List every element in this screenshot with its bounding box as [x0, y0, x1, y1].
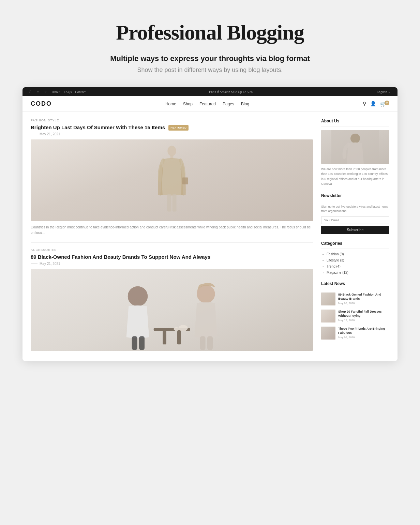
arrow-icon-2: →	[321, 258, 325, 262]
categories-divider	[321, 249, 389, 249]
svg-point-9	[174, 327, 179, 331]
date-line	[31, 134, 38, 134]
sale-banner: End Of Session Sale Up To 50%	[209, 90, 253, 94]
latest-news-item-3[interactable]: These Two Friends Are Bringing Fabulous …	[321, 327, 389, 340]
blog-column: FASHION STYLE Brighten Up Last Days Of S…	[31, 119, 313, 354]
sidebar-categories: Categories → Fashion (9) → Lifestyle (3)…	[321, 241, 389, 274]
latest-news-item-2[interactable]: Shop 20 Fanciful Fall Dresses Without Pa…	[321, 310, 389, 322]
browser-mockup: f ○ ○ About FAQs Contact End Of Session …	[22, 87, 397, 361]
svg-rect-3	[172, 194, 177, 212]
latest-news-date-1: May 09, 2020	[338, 302, 389, 305]
hero-subtitle: Multiple ways to express your throughts …	[7, 54, 413, 63]
nav-shop[interactable]: Shop	[183, 102, 193, 106]
nav-pages[interactable]: Pages	[223, 102, 234, 106]
latest-thumb-2	[321, 310, 335, 322]
post-2-image[interactable]	[31, 269, 313, 351]
svg-rect-15	[207, 336, 213, 350]
svg-point-8	[179, 325, 188, 331]
email-field[interactable]	[321, 216, 389, 224]
nav-blog[interactable]: Blog	[241, 102, 249, 106]
latest-news-title-2: Shop 20 Fanciful Fall Dresses Without Pa…	[338, 310, 389, 318]
latest-news-divider	[321, 289, 389, 289]
post-2-title: 89 Black-Owned Fashion And Beauty Brands…	[31, 253, 313, 260]
latest-news-date-2: May 12, 2020	[338, 319, 389, 322]
arrow-icon-4: →	[321, 271, 325, 274]
about-divider	[321, 126, 389, 126]
categories-title: Categories	[321, 241, 389, 246]
latest-news-info-3: These Two Friends Are Bringing Fabulous …	[338, 327, 389, 339]
instagram-icon: ○	[37, 90, 41, 94]
category-label-3: Trend (4)	[327, 265, 341, 268]
sidebar-latest-news: Latest News 89 Black-Owned Fashion And B…	[321, 281, 389, 340]
sidebar: About Us We a	[321, 119, 389, 354]
svg-point-0	[167, 146, 176, 156]
latest-news-title-1: 89 Black-Owned Fashion And Beauty Brands	[338, 292, 389, 301]
subscribe-button[interactable]: Subscribe	[321, 226, 389, 234]
post-1-category: FASHION STYLE	[31, 119, 313, 122]
category-label: Fashion (9)	[327, 252, 344, 256]
latest-news-date-3: May 09, 2020	[338, 336, 389, 339]
page-title: Professional Blogging	[7, 20, 413, 45]
arrow-icon: →	[321, 252, 325, 256]
post-divider	[31, 242, 313, 243]
newsletter-text: Sign up to get live update a virus and l…	[321, 205, 389, 214]
featured-badge: FEATURED	[168, 125, 189, 130]
fashion-figure-svg	[151, 143, 192, 218]
language-selector[interactable]: English ⌄	[377, 90, 391, 94]
category-lifestyle[interactable]: → Lifestyle (3)	[321, 258, 389, 262]
svg-rect-6	[163, 331, 166, 344]
svg-rect-2	[167, 194, 171, 212]
newsletter-divider	[321, 201, 389, 201]
post-1-excerpt: Countries in the Region must continue to…	[31, 225, 313, 236]
svg-point-17	[350, 134, 360, 143]
post-1-date: May 21, 2021	[40, 132, 60, 136]
latest-thumb-1	[321, 292, 335, 305]
date-line-2	[31, 264, 38, 264]
nav-featured[interactable]: Featured	[199, 102, 216, 106]
latest-news-title-3: These Two Friends Are Bringing Fabulous	[338, 327, 389, 335]
category-label-4: Magazine (12)	[327, 271, 348, 274]
post-1-date-row: May 21, 2021	[31, 132, 313, 136]
hero-section: Professional Blogging Multiple ways to e…	[7, 20, 413, 74]
svg-rect-11	[132, 336, 137, 350]
facebook-icon: f	[29, 90, 33, 94]
latest-news-title: Latest News	[321, 281, 389, 286]
svg-rect-14	[200, 336, 206, 350]
top-bar: f ○ ○ About FAQs Contact End Of Session …	[22, 87, 397, 96]
svg-rect-7	[177, 331, 181, 344]
faqs-link[interactable]: FAQs	[64, 90, 72, 94]
svg-rect-4	[182, 178, 188, 184]
logo[interactable]: CODO	[31, 100, 52, 107]
about-title: About Us	[321, 119, 389, 123]
hero-description: Show the post in different ways by using…	[7, 66, 413, 74]
nav-bar: CODO Home Shop Featured Pages Blog ⚲ 👤 🛒…	[22, 96, 397, 112]
newsletter-title: Newsletter	[321, 193, 389, 198]
sidebar-newsletter: Newsletter Sign up to get live update a …	[321, 193, 389, 234]
about-link[interactable]: About	[52, 90, 60, 94]
latest-news-info-2: Shop 20 Fanciful Fall Dresses Without Pa…	[338, 310, 389, 322]
nav-home[interactable]: Home	[165, 102, 176, 106]
nav-links: Home Shop Featured Pages Blog	[165, 102, 249, 106]
cart-count: 0	[385, 101, 389, 105]
blog-post-2: ACCESSORIES 89 Black-Owned Fashion And B…	[31, 248, 313, 351]
page-wrapper: Professional Blogging Multiple ways to e…	[0, 0, 420, 375]
category-fashion[interactable]: → Fashion (9)	[321, 252, 389, 256]
about-person-svg	[331, 130, 379, 164]
search-icon[interactable]: ⚲	[363, 101, 366, 107]
post-1-title: Brighten Up Last Days Of Summer With The…	[31, 124, 313, 131]
post-2-date: May 21, 2021	[40, 262, 60, 266]
blog-post-1: FASHION STYLE Brighten Up Last Days Of S…	[31, 119, 313, 236]
category-magazine[interactable]: → Magazine (12)	[321, 271, 389, 274]
category-trend[interactable]: → Trend (4)	[321, 265, 389, 268]
account-icon[interactable]: 👤	[370, 101, 376, 107]
sidebar-about: About Us We a	[321, 119, 389, 186]
latest-thumb-3	[321, 327, 335, 340]
contact-link[interactable]: Contact	[75, 90, 86, 94]
nav-icons: ⚲ 👤 🛒0	[363, 101, 389, 107]
latest-news-item-1[interactable]: 89 Black-Owned Fashion And Beauty Brands…	[321, 292, 389, 305]
arrow-icon-3: →	[321, 265, 325, 268]
post-1-image[interactable]	[31, 139, 313, 221]
svg-rect-12	[139, 336, 145, 350]
cart-icon[interactable]: 🛒0	[380, 101, 389, 107]
svg-point-10	[128, 286, 148, 306]
